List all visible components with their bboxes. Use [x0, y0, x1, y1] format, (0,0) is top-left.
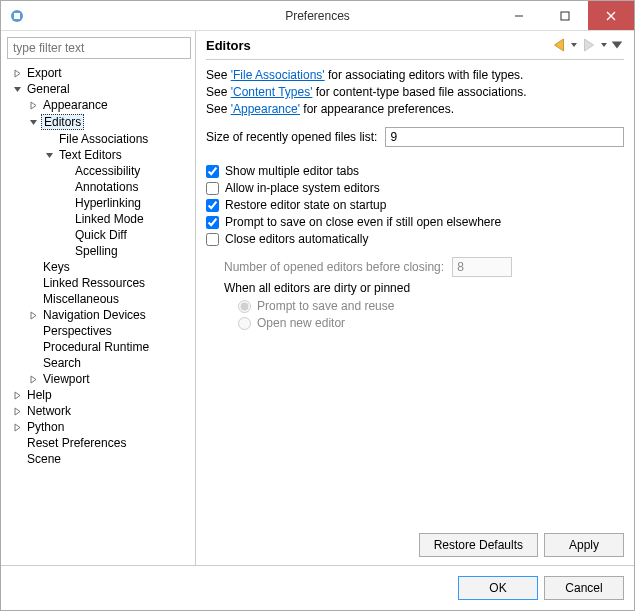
checkbox-label: Restore editor state on startup	[225, 198, 386, 212]
expand-icon[interactable]	[27, 309, 39, 321]
tree-item-label: Accessibility	[73, 164, 142, 178]
spacer-icon	[11, 453, 23, 465]
tree-item-label: Annotations	[73, 180, 140, 194]
content-types-link[interactable]: 'Content Types'	[231, 85, 313, 99]
tree-item-label: Procedural Runtime	[41, 340, 151, 354]
tree-item[interactable]: Navigation Devices	[7, 307, 191, 323]
window-title: Preferences	[285, 9, 350, 23]
tree-item[interactable]: Miscellaneous	[7, 291, 191, 307]
tree-item[interactable]: General	[7, 81, 191, 97]
svg-rect-1	[14, 13, 20, 19]
tree-item[interactable]: Spelling	[7, 243, 191, 259]
spacer-icon	[27, 261, 39, 273]
collapse-icon[interactable]	[27, 116, 39, 128]
collapse-icon[interactable]	[11, 83, 23, 95]
expand-icon[interactable]	[11, 405, 23, 417]
spacer-icon	[27, 325, 39, 337]
tree-item-label: File Associations	[57, 132, 150, 146]
tree-item-label: Hyperlinking	[73, 196, 143, 210]
tree-item[interactable]: Export	[7, 65, 191, 81]
tree-item[interactable]: Reset Preferences	[7, 435, 191, 451]
tree-item[interactable]: Annotations	[7, 179, 191, 195]
menu-dropdown-icon[interactable]	[610, 38, 624, 52]
tree-item-label: Navigation Devices	[41, 308, 148, 322]
checkbox-row: Close editors automatically	[206, 232, 624, 246]
file-associations-link[interactable]: 'File Associations'	[231, 68, 325, 82]
checkbox-row: Allow in-place system editors	[206, 181, 624, 195]
tree-item-label: Spelling	[73, 244, 120, 258]
tree-item[interactable]: Network	[7, 403, 191, 419]
dialog-footer: OK Cancel	[1, 566, 634, 610]
tree-item[interactable]: Perspectives	[7, 323, 191, 339]
restore-defaults-button[interactable]: Restore Defaults	[419, 533, 538, 557]
spacer-icon	[27, 341, 39, 353]
spacer-icon	[27, 357, 39, 369]
desc-appearance: See 'Appearance' for appearance preferen…	[206, 102, 624, 116]
spacer-icon	[59, 213, 71, 225]
tree-item[interactable]: Search	[7, 355, 191, 371]
radio-label: Open new editor	[257, 316, 345, 330]
expand-icon[interactable]	[27, 373, 39, 385]
spacer-icon	[59, 229, 71, 241]
preferences-tree[interactable]: ExportGeneralAppearanceEditorsFile Assoc…	[7, 63, 191, 559]
tree-item-label: Linked Ressources	[41, 276, 147, 290]
tree-item[interactable]: Hyperlinking	[7, 195, 191, 211]
checkbox[interactable]	[206, 182, 219, 195]
tree-item[interactable]: Quick Diff	[7, 227, 191, 243]
minimize-button[interactable]	[496, 1, 542, 30]
svg-rect-3	[561, 12, 569, 20]
tree-item-label: Network	[25, 404, 73, 418]
checkbox[interactable]	[206, 233, 219, 246]
tree-item[interactable]: Linked Ressources	[7, 275, 191, 291]
checkbox-row: Show multiple editor tabs	[206, 164, 624, 178]
tree-item-label: Python	[25, 420, 66, 434]
back-dropdown-icon[interactable]	[570, 41, 578, 49]
radio-label: Prompt to save and reuse	[257, 299, 394, 313]
tree-item[interactable]: Keys	[7, 259, 191, 275]
tree-item[interactable]: Help	[7, 387, 191, 403]
filter-input[interactable]	[7, 37, 191, 59]
tree-item-label: Scene	[25, 452, 63, 466]
ok-button[interactable]: OK	[458, 576, 538, 600]
num-editors-label: Number of opened editors before closing:	[224, 260, 444, 274]
recent-files-input[interactable]	[385, 127, 624, 147]
tree-item-label: Help	[25, 388, 54, 402]
tree-item-label: General	[25, 82, 72, 96]
forward-dropdown-icon[interactable]	[600, 41, 608, 49]
radio	[238, 317, 251, 330]
page-title: Editors	[206, 38, 251, 53]
tree-item[interactable]: Viewport	[7, 371, 191, 387]
checkbox[interactable]	[206, 165, 219, 178]
tree-item[interactable]: Text Editors	[7, 147, 191, 163]
tree-item[interactable]: Linked Mode	[7, 211, 191, 227]
appearance-link[interactable]: 'Appearance'	[231, 102, 300, 116]
tree-item[interactable]: Procedural Runtime	[7, 339, 191, 355]
tree-item-label: Quick Diff	[73, 228, 129, 242]
tree-item[interactable]: Scene	[7, 451, 191, 467]
expand-icon[interactable]	[27, 99, 39, 111]
expand-icon[interactable]	[11, 67, 23, 79]
tree-item[interactable]: File Associations	[7, 131, 191, 147]
recent-files-label: Size of recently opened files list:	[206, 130, 377, 144]
tree-item[interactable]: Appearance	[7, 97, 191, 113]
checkbox-label: Show multiple editor tabs	[225, 164, 359, 178]
tree-item-label: Appearance	[41, 98, 110, 112]
tree-item-label: Keys	[41, 260, 72, 274]
checkbox[interactable]	[206, 216, 219, 229]
dirty-group-label: When all editors are dirty or pinned	[224, 281, 624, 295]
maximize-button[interactable]	[542, 1, 588, 30]
expand-icon[interactable]	[11, 421, 23, 433]
close-button[interactable]	[588, 1, 634, 30]
tree-item[interactable]: Python	[7, 419, 191, 435]
spacer-icon	[59, 197, 71, 209]
collapse-icon[interactable]	[43, 149, 55, 161]
checkbox-label: Prompt to save on close even if still op…	[225, 215, 501, 229]
expand-icon[interactable]	[11, 389, 23, 401]
checkbox[interactable]	[206, 199, 219, 212]
back-icon[interactable]	[550, 37, 568, 53]
tree-item[interactable]: Accessibility	[7, 163, 191, 179]
tree-item-label: Linked Mode	[73, 212, 146, 226]
tree-item[interactable]: Editors	[7, 113, 191, 131]
apply-button[interactable]: Apply	[544, 533, 624, 557]
cancel-button[interactable]: Cancel	[544, 576, 624, 600]
